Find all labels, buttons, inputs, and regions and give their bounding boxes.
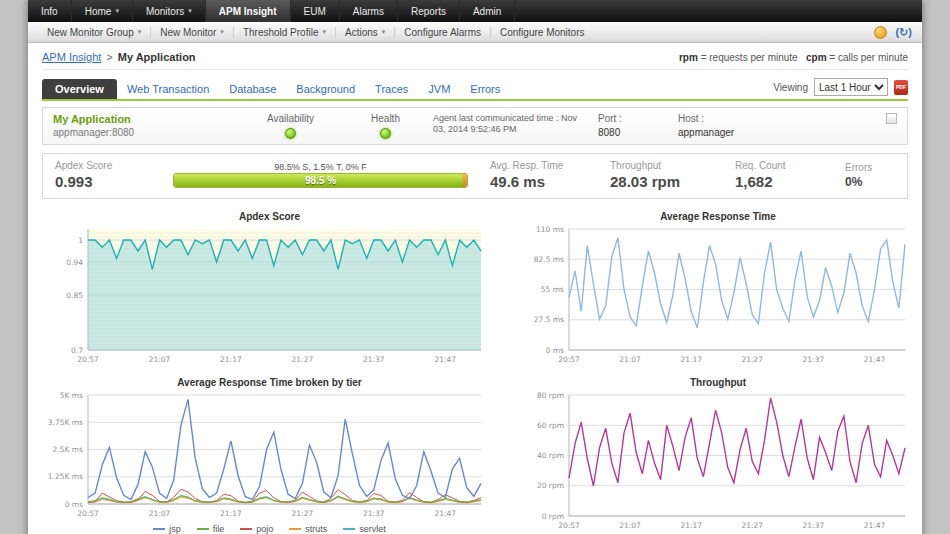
application-name[interactable]: My Application bbox=[53, 113, 243, 125]
svg-text:21:17: 21:17 bbox=[680, 355, 702, 364]
svg-text:2.5K ms: 2.5K ms bbox=[53, 445, 84, 454]
legend-label: file bbox=[213, 524, 225, 534]
legend-item-struts[interactable]: struts bbox=[289, 524, 327, 534]
port-value: 8080 bbox=[598, 127, 678, 138]
nav-item-info[interactable]: Info bbox=[28, 0, 72, 22]
apdex-score-value: 0.993 bbox=[55, 173, 155, 190]
viewing-label: Viewing bbox=[773, 82, 808, 93]
legend-item-pojo[interactable]: pojo bbox=[240, 524, 273, 534]
time-range-select[interactable]: Last 1 Hour bbox=[814, 78, 888, 96]
svg-text:55 ms: 55 ms bbox=[541, 285, 564, 294]
request-count-value: 1,682 bbox=[735, 173, 835, 190]
agent-last-communicated-label: Agent last communicated time : bbox=[433, 113, 559, 123]
nav-item-apm-insight[interactable]: APM Insight bbox=[206, 0, 291, 22]
tab-jvm[interactable]: JVM bbox=[418, 79, 460, 99]
svg-text:21:27: 21:27 bbox=[741, 521, 763, 530]
tab-errors[interactable]: Errors bbox=[460, 79, 510, 99]
nav-item-label: Home bbox=[85, 6, 112, 17]
chevron-down-icon: ▾ bbox=[188, 7, 192, 15]
nav-item-alarms[interactable]: Alarms bbox=[340, 0, 398, 22]
nav-item-label: APM Insight bbox=[219, 6, 277, 17]
nav-item-monitors[interactable]: Monitors▾ bbox=[133, 0, 206, 22]
legend-label: pojo bbox=[256, 524, 273, 534]
host-label: Host : bbox=[678, 113, 758, 124]
file-series-marker-icon bbox=[197, 528, 209, 530]
nav-item-label: Alarms bbox=[353, 6, 384, 17]
svg-text:20:57: 20:57 bbox=[558, 521, 580, 530]
legend-item-file[interactable]: file bbox=[197, 524, 225, 534]
legend-item-jsp[interactable]: jsp bbox=[153, 524, 181, 534]
health-label: Health bbox=[338, 113, 433, 124]
svg-text:0 ms: 0 ms bbox=[546, 346, 564, 355]
nav-item-reports[interactable]: Reports bbox=[398, 0, 460, 22]
nav-item-label: EUM bbox=[304, 6, 326, 17]
pojo-series-marker-icon bbox=[240, 528, 252, 530]
actions-button[interactable]: Actions▾ bbox=[336, 27, 395, 38]
svg-text:20 rpm: 20 rpm bbox=[537, 481, 564, 490]
tab-traces[interactable]: Traces bbox=[365, 79, 418, 99]
nav-item-eum[interactable]: EUM bbox=[291, 0, 340, 22]
svg-text:21:27: 21:27 bbox=[292, 509, 314, 518]
breadcrumb-apm-insight-link[interactable]: APM Insight bbox=[42, 51, 101, 63]
configure-alarms-button[interactable]: Configure Alarms bbox=[395, 27, 491, 38]
cpm-definition: = calls per minute bbox=[829, 52, 908, 63]
svg-text:21:27: 21:27 bbox=[741, 355, 763, 364]
struts-series-marker-icon bbox=[289, 528, 301, 530]
configure-monitors-button[interactable]: Configure Monitors bbox=[491, 27, 593, 38]
rpm-definition: = requests per minute bbox=[701, 52, 798, 63]
nav-item-admin[interactable]: Admin bbox=[460, 0, 515, 22]
availability-label: Availability bbox=[243, 113, 338, 124]
throughput-chart: 80 rpm60 rpm40 rpm20 rpm0 rpm20:5721:072… bbox=[523, 389, 913, 531]
svg-text:0 rpm: 0 rpm bbox=[542, 512, 564, 521]
svg-text:21:07: 21:07 bbox=[149, 509, 171, 518]
chevron-down-icon: ▾ bbox=[138, 28, 142, 36]
chart-title: Throughput bbox=[523, 377, 913, 388]
nav-item-label: Monitors bbox=[146, 6, 184, 17]
tab-bar: Overview Web Transaction Database Backgr… bbox=[42, 78, 908, 101]
throughput-chart-block: Throughput 80 rpm60 rpm40 rpm20 rpm0 rpm… bbox=[523, 377, 913, 534]
avg-response-time-chart-block: Average Response Time 110 ms82.5 ms55 ms… bbox=[523, 211, 913, 369]
top-nav: Info Home▾ Monitors▾ APM Insight EUM Ala… bbox=[28, 0, 922, 22]
svg-text:21:37: 21:37 bbox=[363, 355, 385, 364]
tab-overview[interactable]: Overview bbox=[42, 79, 117, 99]
tool-item-label: New Monitor bbox=[160, 27, 216, 38]
svg-text:21:17: 21:17 bbox=[220, 509, 242, 518]
refresh-icon[interactable]: (↻) bbox=[895, 26, 912, 39]
host-info: Host : appmanager bbox=[678, 113, 758, 138]
tab-database[interactable]: Database bbox=[219, 79, 286, 99]
avg-response-time-metric: Avg. Resp. Time 49.6 ms bbox=[490, 160, 610, 190]
svg-text:21:37: 21:37 bbox=[803, 355, 825, 364]
errors-label: Errors bbox=[845, 162, 872, 173]
tool-item-label: Actions bbox=[345, 27, 378, 38]
availability-status: Availability bbox=[243, 113, 338, 139]
new-monitor-button[interactable]: New Monitor▾ bbox=[151, 27, 234, 38]
nav-item-home[interactable]: Home▾ bbox=[72, 0, 133, 22]
tab-web-transaction[interactable]: Web Transaction bbox=[117, 79, 219, 99]
svg-text:0.7: 0.7 bbox=[71, 346, 83, 355]
threshold-profile-button[interactable]: Threshold Profile▾ bbox=[234, 27, 336, 38]
errors-value: 0% bbox=[845, 175, 872, 189]
application-info-panel: My Application appmanager:8080 Availabil… bbox=[42, 107, 908, 145]
svg-text:20:57: 20:57 bbox=[77, 509, 99, 518]
new-monitor-group-button[interactable]: New Monitor Group▾ bbox=[38, 27, 151, 38]
nav-item-label: Reports bbox=[411, 6, 446, 17]
svg-text:1: 1 bbox=[78, 236, 83, 245]
apdex-distribution-caption: 98.5% S, 1.5% T, 0% F bbox=[173, 162, 468, 172]
tab-bar-right: Viewing Last 1 Hour PDF bbox=[773, 78, 908, 99]
support-icon[interactable] bbox=[874, 26, 887, 39]
host-value: appmanager bbox=[678, 127, 758, 138]
svg-text:21:17: 21:17 bbox=[680, 521, 702, 530]
request-count-metric: Req. Count 1,682 bbox=[735, 160, 845, 190]
svg-text:0.85: 0.85 bbox=[66, 291, 83, 300]
apdex-score-label: Apdex Score bbox=[55, 160, 155, 171]
apdex-score-chart-block: Apdex Score 10.940.850.720:5721:0721:172… bbox=[42, 211, 497, 369]
svg-text:0.94: 0.94 bbox=[66, 258, 83, 267]
svg-text:20:57: 20:57 bbox=[77, 355, 99, 364]
svg-text:82.5 ms: 82.5 ms bbox=[534, 255, 564, 264]
tab-background[interactable]: Background bbox=[286, 79, 365, 99]
pdf-export-icon[interactable]: PDF bbox=[894, 80, 908, 95]
nav-item-label: Info bbox=[41, 6, 58, 17]
expand-icon[interactable] bbox=[886, 113, 897, 124]
legend-item-servlet[interactable]: servlet bbox=[343, 524, 386, 534]
chevron-down-icon: ▾ bbox=[382, 28, 386, 36]
